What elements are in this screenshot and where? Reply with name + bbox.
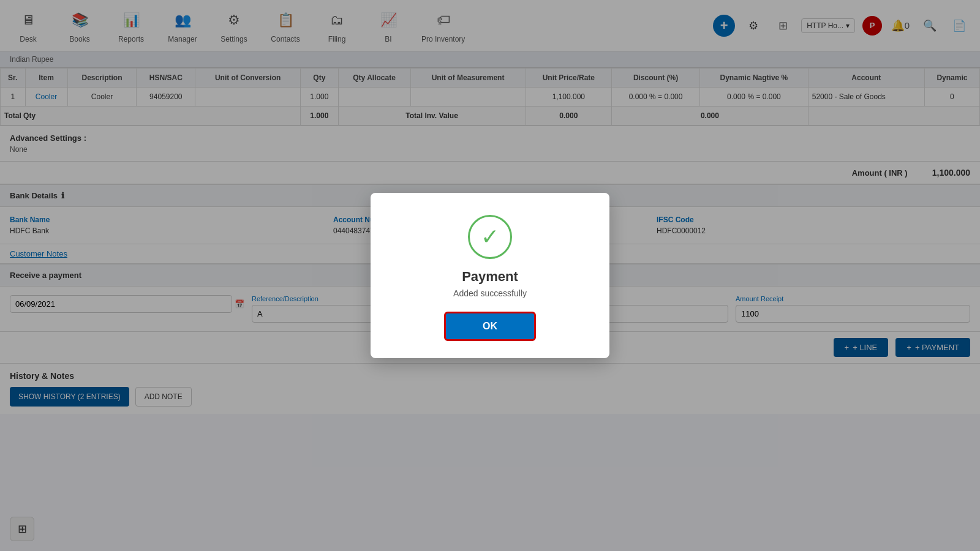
modal-title: Payment bbox=[390, 269, 590, 285]
payment-success-modal: ✓ Payment Added successfully OK bbox=[371, 193, 609, 358]
modal-subtitle: Added successfully bbox=[390, 288, 590, 298]
checkmark-icon: ✓ bbox=[481, 226, 499, 248]
modal-overlay: ✓ Payment Added successfully OK bbox=[0, 0, 980, 551]
modal-ok-label: OK bbox=[483, 321, 497, 331]
modal-ok-button[interactable]: OK bbox=[444, 312, 536, 341]
success-circle: ✓ bbox=[468, 215, 512, 259]
